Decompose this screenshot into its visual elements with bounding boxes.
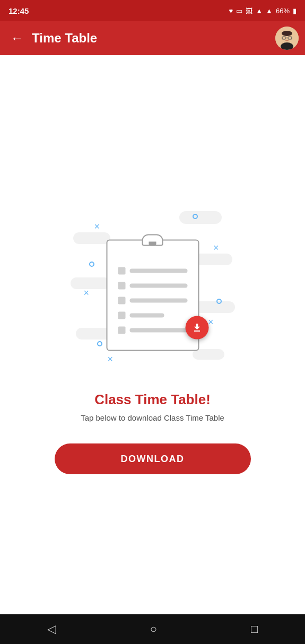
- download-button[interactable]: DOWNLOAD: [55, 443, 251, 474]
- status-bar: 12:45 ♥ ▭ 🖼 ▲ ▲ 66% ▮: [0, 0, 305, 21]
- app-title: Time Table: [32, 31, 275, 46]
- clip-line-row-1: [118, 267, 187, 275]
- status-icons: ♥ ▭ 🖼 ▲ ▲ 66% ▮: [229, 7, 297, 15]
- clip-square-5: [118, 327, 125, 334]
- clip-line-5: [129, 328, 187, 333]
- x-mark-2: ×: [213, 243, 219, 253]
- clip-line-row-2: [118, 282, 187, 290]
- download-fab: [185, 316, 208, 340]
- blob-2: [73, 232, 110, 244]
- clip-line-row-4: [118, 312, 187, 319]
- x-mark-5: ×: [108, 354, 114, 364]
- o-mark-2: [89, 262, 94, 267]
- o-mark-4: [97, 341, 102, 346]
- illustration: × × × × ×: [68, 195, 238, 376]
- status-time: 12:45: [8, 6, 29, 15]
- svg-point-3: [282, 31, 292, 36]
- bottom-nav: ◁ ○ □: [0, 614, 305, 644]
- main-heading: Class Time Table!: [94, 391, 211, 408]
- image-icon: 🖼: [246, 7, 252, 15]
- clip-line-3: [129, 299, 187, 303]
- clip-line-4: [129, 314, 164, 318]
- battery-label: 66%: [276, 7, 290, 15]
- app-bar: ← Time Table: [0, 21, 305, 55]
- main-content: × × × × ×: [0, 55, 305, 614]
- clip-square-2: [118, 282, 125, 290]
- clip-square-1: [118, 267, 125, 275]
- clip-line-1: [129, 269, 187, 273]
- nav-home-icon[interactable]: ○: [150, 622, 157, 636]
- clipboard-clip: [142, 234, 163, 246]
- heart-icon: ♥: [229, 7, 233, 15]
- back-button[interactable]: ←: [6, 28, 28, 49]
- nav-recent-icon[interactable]: □: [251, 622, 258, 636]
- avatar[interactable]: [275, 27, 299, 50]
- clip-line-row-3: [118, 297, 187, 304]
- o-mark-3: [216, 299, 222, 304]
- x-mark-4: ×: [208, 317, 214, 327]
- screen-icon: ▭: [236, 7, 242, 15]
- download-fab-icon: [191, 322, 203, 334]
- clip-lines: [118, 267, 187, 334]
- signal-icon: ▲: [266, 7, 273, 15]
- nav-back-icon[interactable]: ◁: [47, 622, 56, 636]
- clipboard: [106, 227, 199, 349]
- x-mark-3: ×: [84, 288, 90, 298]
- main-subtext: Tap below to download Class Time Table: [81, 413, 224, 422]
- wifi-icon: ▲: [256, 7, 263, 15]
- clip-square-3: [118, 297, 125, 304]
- o-mark-1: [193, 214, 198, 219]
- blob-4: [71, 277, 110, 289]
- clipboard-body: [106, 240, 199, 351]
- x-mark-1: ×: [94, 222, 100, 231]
- clip-square-4: [118, 312, 125, 319]
- clip-line-2: [129, 284, 187, 288]
- battery-icon: ▮: [293, 7, 297, 15]
- clip-line-row-5: [118, 327, 187, 334]
- blob-1: [179, 211, 222, 224]
